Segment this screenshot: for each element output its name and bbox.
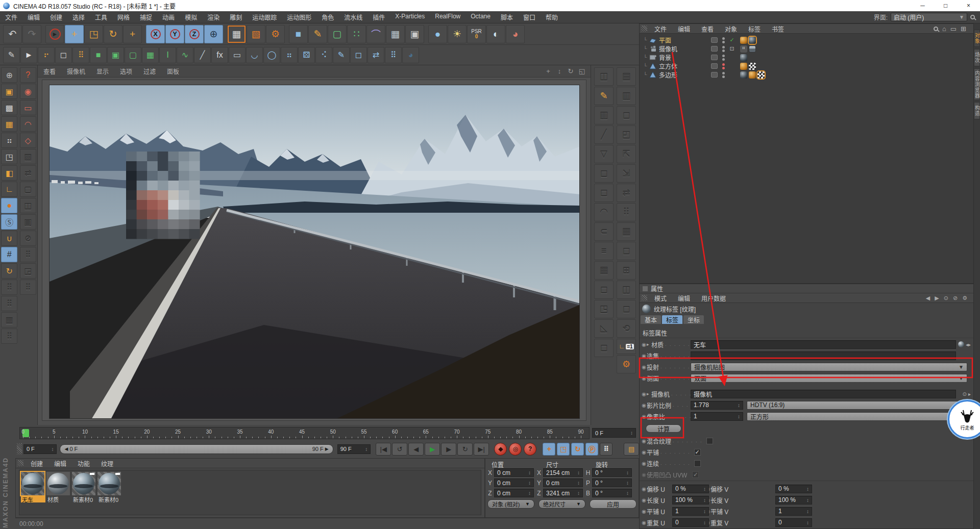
dolly-icon[interactable]: ↕ [555, 67, 564, 75]
rotation-key-toggle[interactable]: ↻ [571, 443, 584, 456]
旋转-B-field[interactable]: 0 °↕ [592, 489, 632, 497]
menu-编辑[interactable]: 编辑 [22, 13, 45, 21]
平铺-checkbox[interactable]: ✓ [694, 449, 701, 456]
menu-角色[interactable]: 角色 [316, 13, 339, 21]
sphere-dark-icon[interactable]: ◕ [402, 47, 419, 63]
visibility-dots[interactable] [721, 46, 726, 52]
grid-dots-icon[interactable]: ⠿ [72, 47, 89, 63]
材质-field[interactable]: 无车 [691, 340, 956, 349]
menu-工具[interactable]: 工具 [90, 13, 112, 21]
plane-e-icon[interactable]: ◻ [617, 242, 636, 260]
visibility-dots[interactable] [721, 37, 726, 43]
redo-icon[interactable]: ↷ [22, 25, 41, 43]
menu-选择[interactable]: 选择 [67, 13, 90, 21]
render-region-icon[interactable]: ▧ [247, 25, 265, 43]
平铺 U-field[interactable]: 1↕ [672, 507, 709, 516]
menu-网格[interactable]: 网格 [112, 13, 135, 21]
尺寸-Z-field[interactable]: 3241 cm↕ [543, 489, 583, 497]
enable-axis-icon[interactable]: ● [1, 198, 17, 213]
tool-f-icon[interactable]: ⊘ [20, 231, 36, 246]
mat-dark-tag-icon[interactable] [740, 54, 747, 61]
quad-icon[interactable]: ◻ [55, 47, 72, 63]
cup-icon[interactable]: ◡ [246, 47, 263, 63]
toggle-view-icon[interactable]: ◱ [577, 67, 586, 75]
arch-icon[interactable]: ◠ [594, 203, 614, 221]
pla-key-toggle[interactable]: ⠿ [600, 443, 612, 456]
chart-icon[interactable]: ▥ [594, 106, 614, 124]
spring-icon[interactable]: ∿ [177, 47, 193, 63]
tool-h-icon[interactable]: ◲ [20, 263, 36, 279]
layer-toggle[interactable] [711, 63, 718, 69]
menu-捕捉[interactable]: 捕捉 [135, 13, 157, 21]
dice-icon[interactable]: ⚄ [298, 47, 315, 63]
scale-key-toggle[interactable]: ◳ [557, 443, 570, 456]
menu-模拟[interactable]: 模拟 [180, 13, 202, 21]
viewport-menu-摄像机[interactable]: 摄像机 [61, 67, 91, 75]
scatter-icon[interactable]: ⠶ [281, 47, 298, 63]
cone-icon[interactable]: ▽ [594, 145, 614, 163]
viewport-menu-显示[interactable]: 显示 [91, 67, 114, 75]
add-panel-icon[interactable]: ⊞ [961, 25, 966, 33]
record-keyframe-button[interactable]: ◆ [494, 443, 507, 456]
bevel-icon[interactable]: ▢ [125, 47, 141, 63]
dots-a-icon[interactable]: ⠿ [617, 203, 636, 221]
fx-icon[interactable]: fx [211, 47, 228, 63]
om-menu-编辑[interactable]: 编辑 [672, 24, 696, 33]
object-row-多边形[interactable]: └多边形 [640, 70, 973, 79]
sky-icon[interactable]: ● [428, 25, 447, 43]
material-menu-纹理[interactable]: 纹理 [95, 459, 119, 468]
偏移 U-field[interactable]: 0 %↕ [672, 485, 709, 493]
material-menu-编辑[interactable]: 编辑 [48, 459, 72, 468]
plane-f-icon[interactable]: ◫ [617, 281, 636, 299]
使用凹凸 UVW-checkbox[interactable]: ✓ [692, 471, 699, 478]
live-select-icon[interactable]: ◉ [20, 84, 36, 99]
layer-toggle[interactable] [711, 37, 718, 43]
摄像机-field[interactable]: 摄像机 [691, 390, 956, 398]
timeline-window-button[interactable]: ▤ [624, 443, 639, 456]
render-settings-icon[interactable]: ⚙ [266, 25, 285, 43]
settings-icon[interactable]: ⚙ [962, 295, 967, 301]
frame-range-slider[interactable]: ◀ 0 F 90 F ▶ [60, 444, 333, 454]
tool-e-icon[interactable]: ▣ [20, 214, 36, 230]
floor-icon[interactable]: ▦ [386, 25, 405, 43]
point-edit-icon[interactable]: ⠖ [38, 47, 55, 63]
tool-c-icon[interactable]: ▢ [20, 182, 36, 197]
lock-z-icon[interactable]: Z [185, 25, 204, 43]
material-thumbnail[interactable] [97, 472, 121, 495]
影片比例-value-field[interactable]: 1.778↕ [691, 401, 743, 410]
位置-X-field[interactable]: 0 cm↕ [494, 468, 534, 477]
timeline-ruler[interactable]: 051015202530354045505560657075808590 [19, 427, 590, 439]
grid-c-icon[interactable]: ▦ [1, 312, 17, 328]
pen-blue-icon[interactable]: ✎ [333, 47, 350, 63]
混合纹理-checkbox[interactable] [706, 438, 713, 444]
previous-frame-button[interactable]: ◀ [408, 443, 424, 456]
texture-axis-icon[interactable]: ▦ [1, 116, 17, 132]
tab-标签[interactable]: 标签 [662, 315, 682, 324]
back-icon[interactable]: ◀ [926, 295, 930, 301]
material-无车[interactable]: 无车 [21, 472, 45, 502]
polygon-selection-icon[interactable]: ◇ [20, 133, 36, 148]
keyframe-dot-icon[interactable]: ◉ [641, 353, 647, 359]
menu-渲染[interactable]: 渲染 [202, 13, 225, 21]
grid2-icon[interactable]: ▦ [594, 261, 614, 280]
loop-back-button[interactable]: ↺ [392, 443, 407, 456]
enable-snap-icon[interactable]: Ⓢ [1, 214, 17, 230]
search-icon[interactable] [970, 15, 975, 19]
mat-orange-tag-icon[interactable] [749, 71, 756, 79]
dots-tag-icon[interactable]: ⠛ [740, 45, 747, 53]
close-button[interactable]: × [957, 0, 980, 11]
deformer-icon[interactable]: ⌒ [366, 25, 385, 43]
om-menu-文件[interactable]: 文件 [649, 24, 672, 33]
array-icon[interactable]: ∷ [347, 25, 366, 43]
checker-selected-tag-icon[interactable] [757, 71, 765, 79]
stack-icon[interactable]: ▤ [617, 67, 636, 86]
menu-运动跟踪[interactable]: 运动跟踪 [247, 13, 282, 21]
mat-selected-tag-icon[interactable] [749, 37, 756, 44]
menu-创建[interactable]: 创建 [45, 13, 67, 21]
minimize-button[interactable]: ─ [911, 0, 934, 11]
undo-icon[interactable]: ↶ [3, 25, 22, 43]
侧面-dropdown[interactable]: 双面▼ [691, 374, 967, 383]
wedge-icon[interactable]: ◺ [594, 319, 614, 338]
render-view[interactable] [49, 85, 580, 419]
photo-tag-icon[interactable] [749, 45, 756, 53]
